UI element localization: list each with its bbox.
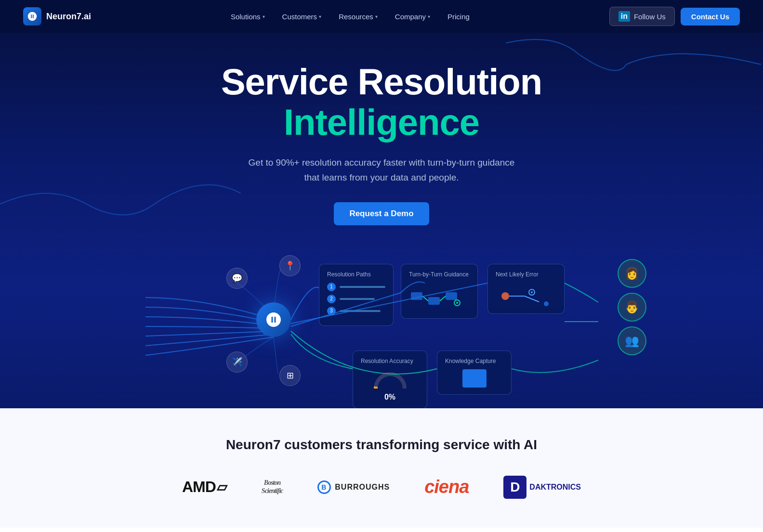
- logo-text: Neuron7.ai: [46, 12, 91, 22]
- knowledge-icon: [462, 369, 487, 388]
- card-knowledge: Knowledge Capture: [437, 350, 512, 395]
- rp-item-2: 2: [327, 295, 385, 303]
- svg-point-6: [456, 302, 458, 304]
- guidance-diagram: [409, 283, 470, 311]
- error-diagram: [496, 283, 556, 307]
- avatar-2: 👨: [618, 293, 646, 322]
- navbar: Neuron7.ai Solutions ▾ Customers ▾ Resou…: [0, 0, 763, 33]
- burroughs-circle-icon: B: [317, 480, 331, 494]
- nav-customers[interactable]: Customers ▾: [276, 9, 329, 25]
- linkedin-icon: in: [618, 11, 630, 22]
- avatar-1: 👩: [618, 259, 646, 288]
- float-icon-chat: 💬: [226, 268, 248, 289]
- logo[interactable]: Neuron7.ai: [23, 7, 91, 26]
- card-resolution-paths: Resolution Paths 1 2 3: [319, 264, 394, 326]
- float-icon-grid: ⊞: [279, 365, 301, 386]
- nav-links: Solutions ▾ Customers ▾ Resources ▾ Comp…: [224, 9, 476, 25]
- logo-daktronics: D DAKTRONICS: [503, 476, 581, 499]
- hero-content: Service Resolution Intelligence Get to 9…: [202, 33, 561, 225]
- logo-amd: AMD ▱: [182, 478, 227, 496]
- svg-rect-0: [411, 292, 422, 300]
- demo-button[interactable]: Request a Demo: [334, 202, 429, 225]
- logo-icon: [23, 7, 41, 26]
- chevron-down-icon: ▾: [263, 14, 265, 19]
- nav-company[interactable]: Company ▾: [388, 9, 437, 25]
- float-icon-location: 📍: [279, 255, 301, 276]
- customers-section: Neuron7 customers transforming service w…: [0, 408, 763, 528]
- nav-resources[interactable]: Resources ▾: [332, 9, 384, 25]
- rp-item-1: 1: [327, 283, 385, 291]
- daktronics-icon: D: [503, 476, 526, 499]
- customers-title: Neuron7 customers transforming service w…: [226, 437, 537, 453]
- gauge-chart: 0%: [361, 369, 419, 402]
- logo-burroughs: B BURROUGHS: [317, 480, 390, 494]
- chevron-down-icon: ▾: [375, 14, 378, 19]
- chevron-down-icon: ▾: [319, 14, 321, 19]
- svg-point-10: [531, 291, 533, 293]
- hero-title: Service Resolution Intelligence: [221, 62, 542, 142]
- logos-row: AMD ▱ Boston Scientific B BURROUGHS cien…: [182, 476, 581, 499]
- nav-pricing[interactable]: Pricing: [441, 9, 476, 25]
- central-node: [256, 302, 291, 337]
- card-next-error: Next Likely Error: [487, 264, 565, 314]
- card-guidance: Turn-by-Turn Guidance: [401, 264, 478, 319]
- svg-point-7: [501, 292, 509, 300]
- logo-boston-scientific: Boston Scientific: [262, 479, 283, 495]
- svg-rect-1: [428, 297, 440, 305]
- svg-rect-2: [446, 292, 457, 300]
- nav-actions: in Follow Us Contact Us: [609, 7, 740, 26]
- chevron-down-icon: ▾: [428, 14, 430, 19]
- svg-line-3: [422, 296, 428, 301]
- hero-subtitle: Get to 90%+ resolution accuracy faster w…: [247, 156, 516, 185]
- avatar-3: 👥: [618, 326, 646, 355]
- svg-line-4: [440, 296, 446, 301]
- follow-button[interactable]: in Follow Us: [609, 7, 675, 26]
- logo-ciena: ciena: [424, 477, 469, 497]
- hero-section: Service Resolution Intelligence Get to 9…: [0, 0, 763, 408]
- card-accuracy: Resolution Accuracy 0%: [353, 350, 427, 408]
- rp-item-3: 3: [327, 307, 385, 315]
- svg-line-11: [525, 296, 539, 302]
- avatar-group: 👩 👨 👥: [618, 259, 646, 360]
- nav-solutions[interactable]: Solutions ▾: [224, 9, 272, 25]
- diagram-container: 💬 📍 ✈️ ⊞ Resolution Paths 1 2 3: [117, 245, 646, 408]
- contact-button[interactable]: Contact Us: [681, 8, 740, 26]
- float-icon-send: ✈️: [226, 351, 248, 373]
- svg-point-12: [544, 301, 549, 306]
